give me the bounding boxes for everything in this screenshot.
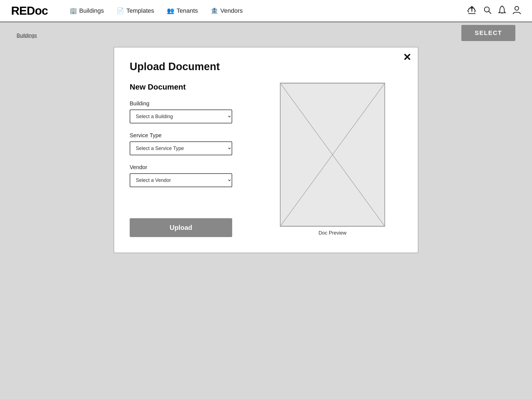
nav-label-buildings: Buildings	[79, 7, 104, 14]
breadcrumb-buildings-link[interactable]: Buildings	[17, 33, 37, 38]
svg-point-3	[502, 6, 503, 7]
form-section: New Document Building Select a Building …	[130, 83, 246, 237]
search-icon[interactable]	[483, 6, 492, 16]
upload-icon[interactable]	[467, 6, 477, 16]
brand-logo[interactable]: REDoc	[11, 4, 48, 17]
service-type-form-group: Service Type Select a Service Type	[130, 132, 246, 155]
nav-item-buildings[interactable]: 🏢 Buildings	[65, 5, 109, 17]
doc-preview-label: Doc Preview	[318, 230, 346, 236]
breadcrumb: Buildings	[17, 28, 515, 41]
user-icon[interactable]	[513, 6, 521, 16]
service-type-select[interactable]: Select a Service Type	[130, 141, 232, 155]
templates-icon: 📄	[117, 7, 124, 14]
modal-close-button[interactable]: ✕	[403, 52, 411, 62]
building-select[interactable]: Select a Building	[130, 110, 232, 123]
select-button[interactable]: SELECT	[461, 25, 515, 41]
bell-icon[interactable]	[498, 6, 506, 16]
modal-title: Upload Document	[130, 61, 402, 73]
modal-overlay: ✕ Upload Document New Document Building …	[114, 47, 418, 253]
select-btn-container: SELECT	[461, 25, 515, 41]
vendors-icon: 🏦	[211, 7, 218, 14]
nav-item-templates[interactable]: 📄 Templates	[112, 5, 159, 17]
navbar-actions	[467, 6, 521, 16]
modal-body: New Document Building Select a Building …	[130, 83, 402, 237]
preview-section: Doc Preview	[263, 83, 402, 237]
nav-item-tenants[interactable]: 👥 Tenants	[162, 5, 203, 17]
vendor-label: Vendor	[130, 164, 246, 171]
building-form-group: Building Select a Building	[130, 100, 246, 123]
upload-document-modal: ✕ Upload Document New Document Building …	[114, 47, 418, 253]
service-type-label: Service Type	[130, 132, 246, 139]
nav-item-vendors[interactable]: 🏦 Vendors	[206, 5, 248, 17]
svg-line-2	[489, 11, 491, 14]
nav-label-templates: Templates	[126, 7, 154, 14]
new-document-heading: New Document	[130, 83, 246, 92]
navbar: REDoc 🏢 Buildings 📄 Templates 👥 Tenants …	[0, 0, 532, 22]
doc-preview-frame	[280, 83, 385, 227]
nav-label-vendors: Vendors	[220, 7, 243, 14]
tenants-icon: 👥	[167, 7, 174, 14]
building-label: Building	[130, 100, 246, 107]
nav-links: 🏢 Buildings 📄 Templates 👥 Tenants 🏦 Vend…	[65, 5, 456, 17]
page-content: Buildings SELECT ✕ Upload Document New D…	[0, 22, 532, 394]
nav-label-tenants: Tenants	[177, 7, 198, 14]
buildings-icon: 🏢	[70, 7, 77, 14]
upload-button[interactable]: Upload	[130, 218, 232, 237]
svg-point-4	[515, 6, 519, 10]
vendor-form-group: Vendor Select a Vendor	[130, 164, 246, 187]
vendor-select[interactable]: Select a Vendor	[130, 173, 232, 187]
